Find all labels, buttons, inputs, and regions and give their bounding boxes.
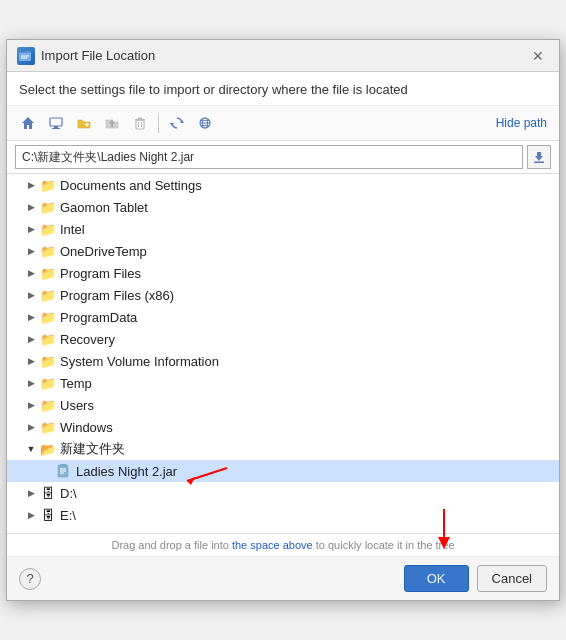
title-bar-left: Import File Location xyxy=(17,47,155,65)
dialog-title: Import File Location xyxy=(41,48,155,63)
folder-icon: 📁 xyxy=(39,220,57,238)
tree-item[interactable]: ▶ 📁 Documents and Settings xyxy=(7,174,559,196)
tree-item-label: Documents and Settings xyxy=(60,178,202,193)
title-bar: Import File Location ✕ xyxy=(7,40,559,72)
tree-item[interactable]: ▶ 📁 Program Files (x86) xyxy=(7,284,559,306)
tree-item[interactable]: ▶ 📁 Gaomon Tablet xyxy=(7,196,559,218)
tree-toggle[interactable]: ▶ xyxy=(23,507,39,523)
tree-item-label: ProgramData xyxy=(60,310,137,325)
ok-button[interactable]: OK xyxy=(404,565,469,592)
tree-item[interactable]: ▶ 📁 OneDriveTemp xyxy=(7,240,559,262)
folder-icon: 📁 xyxy=(39,242,57,260)
folder-icon: 📁 xyxy=(39,176,57,194)
svg-rect-25 xyxy=(534,162,544,164)
tree-toggle[interactable]: ▶ xyxy=(23,375,39,391)
tree-item[interactable]: ▶ 📁 Intel xyxy=(7,218,559,240)
tree-item[interactable]: ▶ 🗄 E:\ xyxy=(7,504,559,526)
svg-rect-6 xyxy=(50,118,62,126)
desktop-button[interactable] xyxy=(43,110,69,136)
tree-item[interactable]: ▶ 📁 Windows xyxy=(7,416,559,438)
tree-item-label: Program Files (x86) xyxy=(60,288,174,303)
svg-rect-2 xyxy=(21,49,26,52)
svg-rect-12 xyxy=(136,120,144,129)
close-button[interactable]: ✕ xyxy=(527,45,549,67)
drive-icon: 🗄 xyxy=(39,506,57,524)
tree-item[interactable]: ▶ 📁 Temp xyxy=(7,372,559,394)
dialog-icon xyxy=(17,47,35,65)
tree-toggle[interactable]: ▶ xyxy=(23,287,39,303)
hint-area: Drag and drop a file into the space abov… xyxy=(7,534,559,557)
tree-item[interactable]: ▶ 📁 Recovery xyxy=(7,328,559,350)
bottom-bar: ? OK Cancel xyxy=(7,557,559,600)
tree-item-label: Windows xyxy=(60,420,113,435)
refresh-button[interactable] xyxy=(164,110,190,136)
tree-toggle[interactable]: ▶ xyxy=(23,419,39,435)
svg-marker-24 xyxy=(535,152,543,161)
toolbar: Hide path xyxy=(7,106,559,141)
svg-rect-27 xyxy=(60,464,66,467)
tree-toggle[interactable]: ▶ xyxy=(23,177,39,193)
drag-drop-hint: Drag and drop a file into the space abov… xyxy=(7,534,559,557)
folder-icon: 📁 xyxy=(39,374,57,392)
new-folder-button[interactable] xyxy=(71,110,97,136)
tree-item-label: Gaomon Tablet xyxy=(60,200,148,215)
tree-toggle[interactable]: ▶ xyxy=(23,221,39,237)
tree-item[interactable]: ▼ 📂 新建文件夹 xyxy=(7,438,559,460)
delete-button[interactable] xyxy=(127,110,153,136)
tree-toggle[interactable]: ▶ xyxy=(23,309,39,325)
folder-up-button[interactable] xyxy=(99,110,125,136)
cancel-button[interactable]: Cancel xyxy=(477,565,547,592)
tree-item-label: D:\ xyxy=(60,486,77,501)
tree-item[interactable]: ▶ 📁 ProgramData xyxy=(7,306,559,328)
folder-icon: 📁 xyxy=(39,198,57,216)
tree-item-label: Recovery xyxy=(60,332,115,347)
toolbar-separator xyxy=(158,113,159,133)
svg-rect-7 xyxy=(54,126,58,128)
svg-rect-10 xyxy=(87,123,88,127)
help-button[interactable]: ? xyxy=(19,568,41,590)
folder-icon: 📁 xyxy=(39,286,57,304)
hide-path-button[interactable]: Hide path xyxy=(492,114,551,132)
home-button[interactable] xyxy=(15,110,41,136)
tree-toggle[interactable]: ▼ xyxy=(23,441,39,457)
tree-item[interactable]: ▶ 📁 Users xyxy=(7,394,559,416)
tree-item-label: System Volume Information xyxy=(60,354,219,369)
tree-item-label: 新建文件夹 xyxy=(60,440,125,458)
tree-item-selected[interactable]: ▶ Ladies Night 2.jar xyxy=(7,460,559,482)
dialog-description: Select the settings file to import or di… xyxy=(7,72,559,106)
network-button[interactable] xyxy=(192,110,218,136)
tree-toggle[interactable]: ▶ xyxy=(23,353,39,369)
folder-icon: 📁 xyxy=(39,352,57,370)
tree-item-label: Intel xyxy=(60,222,85,237)
svg-marker-5 xyxy=(22,117,34,129)
folder-open-icon: 📂 xyxy=(39,440,57,458)
tree-item-label: Users xyxy=(60,398,94,413)
svg-marker-32 xyxy=(187,477,195,485)
tree-item-label: Temp xyxy=(60,376,92,391)
folder-icon: 📁 xyxy=(39,396,57,414)
svg-rect-14 xyxy=(138,118,142,120)
tree-item[interactable]: ▶ 🗄 D:\ xyxy=(7,482,559,504)
folder-icon: 📁 xyxy=(39,418,57,436)
tree-toggle[interactable]: ▶ xyxy=(23,243,39,259)
folder-icon: 📁 xyxy=(39,264,57,282)
tree-item-label: Program Files xyxy=(60,266,141,281)
tree-toggle[interactable]: ▶ xyxy=(23,199,39,215)
file-tree[interactable]: ▶ 📁 Documents and Settings ▶ 📁 Gaomon Ta… xyxy=(7,174,559,534)
tree-item[interactable]: ▶ 📁 System Volume Information xyxy=(7,350,559,372)
tree-toggle[interactable]: ▶ xyxy=(23,265,39,281)
tree-item-label: Ladies Night 2.jar xyxy=(76,464,177,479)
tree-item-label: E:\ xyxy=(60,508,76,523)
svg-rect-13 xyxy=(135,119,145,121)
path-input[interactable] xyxy=(15,145,523,169)
tree-toggle[interactable]: ▶ xyxy=(23,485,39,501)
jar-file-icon xyxy=(55,462,73,480)
path-download-button[interactable] xyxy=(527,145,551,169)
tree-toggle[interactable]: ▶ xyxy=(23,331,39,347)
folder-icon: 📁 xyxy=(39,330,57,348)
folder-icon: 📁 xyxy=(39,308,57,326)
drag-hint-highlight: the space above xyxy=(232,539,313,551)
svg-rect-1 xyxy=(19,53,31,61)
tree-item[interactable]: ▶ 📁 Program Files xyxy=(7,262,559,284)
tree-toggle[interactable]: ▶ xyxy=(23,397,39,413)
